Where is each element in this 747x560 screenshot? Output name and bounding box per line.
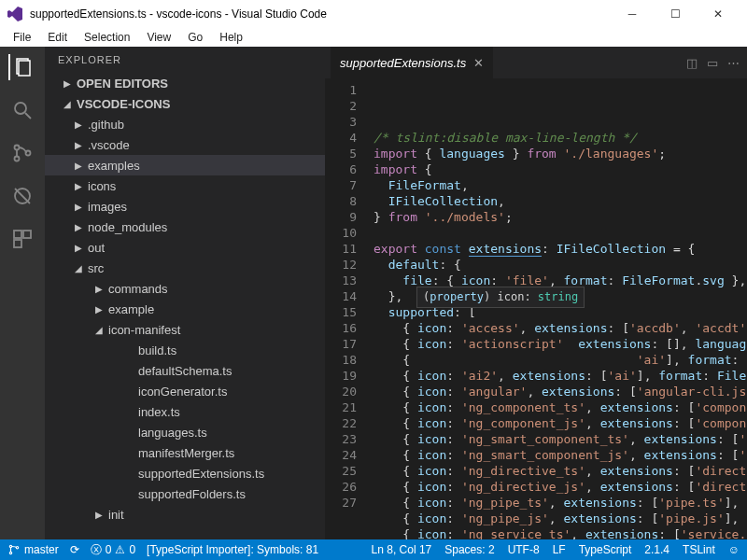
file-tree: ▶OPEN EDITORS ◢VSCODE-ICONS ▶.github ▶.v…: [45, 73, 325, 539]
tree-file[interactable]: build.ts: [45, 340, 325, 360]
search-icon[interactable]: [9, 97, 35, 123]
indent[interactable]: Spaces: 2: [444, 543, 494, 556]
line-gutter: 1234567891011121314151617181920212223242…: [325, 78, 366, 539]
code-body[interactable]: /* tslint:disable max-line-length */impo…: [366, 78, 747, 539]
menu-go[interactable]: Go: [180, 29, 210, 46]
tab-label: supportedExtensions.ts: [340, 56, 466, 70]
language-mode[interactable]: TypeScript: [579, 543, 632, 556]
menu-selection[interactable]: Selection: [77, 29, 137, 46]
close-icon[interactable]: ✕: [473, 56, 484, 70]
svg-point-5: [15, 157, 20, 161]
sidebar-title: EXPLORER: [45, 47, 325, 73]
editor-group: supportedExtensions.ts ✕ ◫ ▭ ⋯ 123456789…: [325, 47, 747, 539]
svg-point-12: [9, 545, 11, 547]
extensions-icon[interactable]: [9, 226, 35, 252]
tree-item[interactable]: ▶commands: [45, 278, 325, 299]
feedback-icon[interactable]: ☺: [728, 543, 740, 556]
problems[interactable]: ⓧ 0 ⚠ 0: [91, 542, 135, 558]
source-control-icon[interactable]: [9, 140, 35, 166]
maximize-button[interactable]: ☐: [654, 0, 697, 28]
svg-rect-11: [14, 240, 21, 247]
svg-point-13: [9, 552, 11, 553]
code-editor[interactable]: 1234567891011121314151617181920212223242…: [325, 78, 747, 539]
tree-item[interactable]: ▶images: [45, 196, 325, 217]
split-editor-icon[interactable]: ◫: [686, 56, 698, 70]
tslint[interactable]: TSLint: [683, 543, 715, 556]
tree-item[interactable]: ◢src: [45, 258, 325, 278]
cursor-position[interactable]: Ln 8, Col 17: [372, 543, 432, 556]
menu-view[interactable]: View: [139, 29, 178, 46]
menu-bar: File Edit Selection View Go Help: [0, 28, 747, 47]
ts-importer[interactable]: [TypeScript Importer]: Symbols: 81: [147, 543, 318, 556]
tree-file[interactable]: languages.ts: [45, 422, 325, 442]
tree-file[interactable]: iconGenerator.ts: [45, 381, 325, 401]
open-editors-section[interactable]: ▶OPEN EDITORS: [45, 73, 325, 93]
activity-bar: [0, 47, 45, 539]
menu-edit[interactable]: Edit: [40, 29, 75, 46]
encoding[interactable]: UTF-8: [508, 543, 540, 556]
svg-point-2: [15, 103, 26, 114]
vs-logo-icon: [7, 7, 22, 21]
svg-point-4: [15, 146, 20, 150]
tree-file[interactable]: manifestMerger.ts: [45, 442, 325, 463]
minimize-button[interactable]: ─: [611, 0, 654, 28]
explorer-icon[interactable]: [8, 54, 35, 80]
tree-item[interactable]: ▶.github: [45, 114, 325, 134]
menu-file[interactable]: File: [6, 29, 38, 46]
more-icon[interactable]: ⋯: [727, 56, 740, 70]
eol[interactable]: LF: [553, 543, 566, 556]
svg-rect-9: [14, 231, 21, 238]
editor-tab[interactable]: supportedExtensions.ts ✕: [331, 47, 493, 78]
ts-version[interactable]: 2.1.4: [644, 543, 669, 556]
tree-item[interactable]: ◢icon-manifest: [45, 319, 325, 340]
explorer-sidebar: EXPLORER ▶OPEN EDITORS ◢VSCODE-ICONS ▶.g…: [45, 47, 325, 539]
tree-item[interactable]: ▶examples: [45, 155, 325, 175]
hover-tooltip: (property) icon: string: [416, 287, 585, 308]
tree-item[interactable]: ▶init: [45, 504, 325, 525]
tree-item[interactable]: ▶example: [45, 299, 325, 319]
status-bar: master ⟳ ⓧ 0 ⚠ 0 [TypeScript Importer]: …: [0, 539, 747, 560]
window-title: supportedExtensions.ts - vscode-icons - …: [30, 7, 611, 21]
title-bar: supportedExtensions.ts - vscode-icons - …: [0, 0, 747, 28]
git-sync[interactable]: ⟳: [70, 543, 79, 556]
close-button[interactable]: ✕: [697, 0, 740, 28]
tree-file[interactable]: supportedFolders.ts: [45, 483, 325, 504]
folder-root[interactable]: ◢VSCODE-ICONS: [45, 93, 325, 114]
tree-item[interactable]: ▶icons: [45, 175, 325, 196]
tree-file[interactable]: index.ts: [45, 401, 325, 422]
svg-rect-1: [19, 61, 30, 76]
tree-file[interactable]: defaultSchema.ts: [45, 360, 325, 381]
tree-item[interactable]: ▶node_modules: [45, 217, 325, 237]
toggle-panel-icon[interactable]: ▭: [707, 56, 718, 70]
tree-item[interactable]: ▶out: [45, 237, 325, 258]
editor-tabs: supportedExtensions.ts ✕ ◫ ▭ ⋯: [325, 47, 747, 78]
menu-help[interactable]: Help: [212, 29, 250, 46]
debug-icon[interactable]: [9, 183, 35, 209]
svg-line-3: [25, 113, 31, 119]
svg-rect-10: [23, 231, 31, 238]
tree-item[interactable]: ▶.vscode: [45, 134, 325, 155]
git-branch[interactable]: master: [7, 543, 59, 556]
tree-file[interactable]: supportedExtensions.ts: [45, 463, 325, 483]
